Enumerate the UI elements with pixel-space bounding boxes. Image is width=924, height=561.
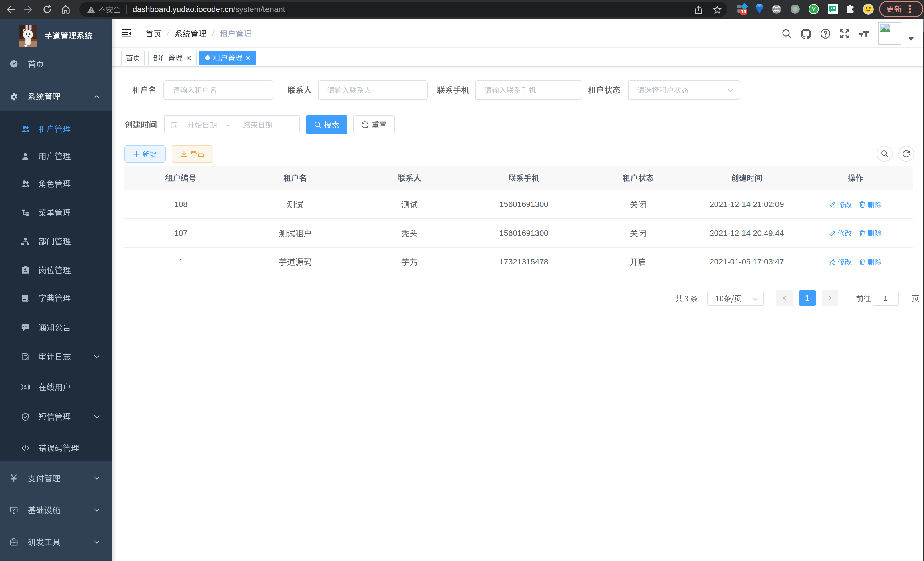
svg-text:Y: Y bbox=[812, 6, 816, 13]
svg-text:10: 10 bbox=[741, 9, 746, 14]
